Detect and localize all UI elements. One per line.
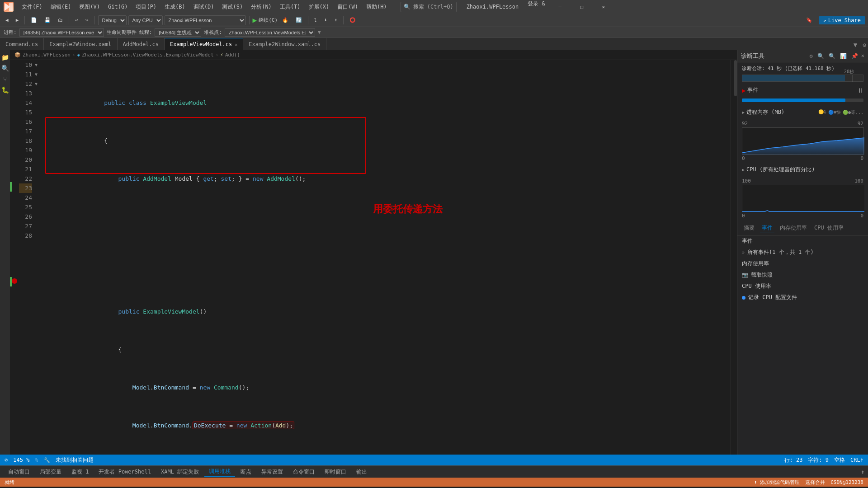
close-button[interactable]: ✕ xyxy=(593,0,614,14)
tab-addmodel-cs[interactable]: AddModel.cs xyxy=(118,38,165,50)
zoom-out-icon[interactable]: 🔍 xyxy=(827,52,837,60)
settings-panel-icon[interactable]: ⚙ xyxy=(808,52,814,60)
double-arrow-icon: » xyxy=(742,250,745,255)
menu-tools[interactable]: 工具(T) xyxy=(276,2,304,12)
panel-close-button[interactable]: ✕ xyxy=(861,52,864,60)
menu-build[interactable]: 生成(B) xyxy=(161,2,189,12)
step-over[interactable]: ⤵ xyxy=(311,16,320,24)
zoom-in-icon[interactable]: 🔍 xyxy=(816,52,826,60)
bottom-tab-watch1[interactable]: 监视 1 xyxy=(67,467,93,477)
bottom-tab-exceptions[interactable]: 异常设置 xyxy=(257,467,288,477)
restart-button[interactable]: 🔄 xyxy=(293,16,305,24)
user-area[interactable]: 登录 & xyxy=(524,0,548,14)
code-content[interactable]: 用委托传递方法 public class ExampleViewModel { … xyxy=(43,60,731,455)
bottom-tab-locals[interactable]: 局部变量 xyxy=(35,467,66,477)
code-lines[interactable]: public class ExampleViewModel { public A… xyxy=(43,60,731,455)
pause-icon[interactable]: ⏸ xyxy=(857,87,863,94)
menu-window[interactable]: 窗口(W) xyxy=(334,2,362,12)
breakpoint-button[interactable]: ⭕ xyxy=(347,16,359,24)
explorer-icon[interactable]: 📁 xyxy=(1,54,9,61)
menu-project[interactable]: 项目(P) xyxy=(132,2,160,12)
timeline-bar[interactable]: 20秒 xyxy=(742,75,863,82)
scroll-thumb[interactable] xyxy=(734,60,737,96)
bottom-tab-powershell[interactable]: 开发者 PowerShell xyxy=(94,467,155,477)
cpu-select[interactable]: Any CPU xyxy=(128,15,163,25)
menu-extensions[interactable]: 扩展(X) xyxy=(305,2,333,12)
settings-icon-status[interactable]: 🔧 xyxy=(44,457,50,463)
cpu-section-header[interactable]: ▶ CPU (所有处理器的百分比) xyxy=(737,164,868,175)
tab-dropdown[interactable]: ▼ xyxy=(850,39,861,50)
events-section-header[interactable]: ▶ 事件 ⏸ xyxy=(737,84,868,96)
menu-edit[interactable]: 编辑(E) xyxy=(47,2,75,12)
debug-activity-icon[interactable]: 🐛 xyxy=(1,86,9,94)
new-file-button[interactable]: 📄 xyxy=(28,16,40,24)
menu-debug[interactable]: 调试(D) xyxy=(190,2,218,12)
bottom-tab-immediate[interactable]: 即时窗口 xyxy=(320,467,351,477)
tab-example2window-xaml-cs[interactable]: Example2Window.xaml.cs xyxy=(243,38,326,50)
step-into[interactable]: ⬇ xyxy=(321,16,330,24)
select-merge[interactable]: 选择合并 xyxy=(805,479,825,486)
debug-mode-select[interactable]: Debug xyxy=(98,15,127,25)
tab-events[interactable]: 事件 xyxy=(760,223,774,233)
continue-button[interactable]: ▶ xyxy=(253,16,257,24)
maximize-button[interactable]: □ xyxy=(571,0,592,14)
paren-close-19: ); xyxy=(286,422,293,429)
bottom-tab-auto[interactable]: 自动窗口 xyxy=(4,467,34,477)
tab-summary[interactable]: 摘要 xyxy=(742,223,756,233)
bottom-tab-command[interactable]: 命令窗口 xyxy=(288,467,319,477)
bottom-tab-breakpoints[interactable]: 断点 xyxy=(236,467,256,477)
save-button[interactable]: 💾 xyxy=(42,16,53,24)
pin-icon[interactable]: 📌 xyxy=(850,52,859,60)
undo-button[interactable]: ↩ xyxy=(72,16,81,24)
snapshot-button[interactable]: 📷 截取快照 xyxy=(737,269,868,281)
menu-view[interactable]: 视图(V) xyxy=(75,2,104,12)
process-select[interactable]: [46356] Zhaoxi.WPFLesson.exe xyxy=(19,28,104,37)
menu-file[interactable]: 文件(F) xyxy=(18,2,46,12)
stop-button[interactable]: 🔥 xyxy=(279,16,291,24)
menu-analyze[interactable]: 分析(N) xyxy=(247,2,275,12)
memory-legend: 🟡G 🔵▼快 🟢●等... xyxy=(818,109,863,116)
menu-help[interactable]: 帮助(H) xyxy=(363,2,391,12)
auto-scroll-icon[interactable]: ↕ xyxy=(861,469,864,475)
project-select[interactable]: Zhaoxi.WPFLesson xyxy=(165,15,246,25)
menu-test[interactable]: 测试(S) xyxy=(218,2,246,12)
code-editor[interactable]: 10 11 12 13 14 15 16 17 18 19 20 21 22 2… xyxy=(10,60,737,455)
forward-button[interactable]: ▶ xyxy=(13,16,22,24)
all-events-item[interactable]: » 所有事件(1 个，共 1 个) xyxy=(737,247,868,258)
lifecycle-label: 生命周期事件 xyxy=(107,29,137,36)
stack-select[interactable]: Zhaoxi.WPFLesson.ViewModels.Examp xyxy=(225,28,315,37)
legend-etc: 🟢●等... xyxy=(843,109,863,116)
scroll-overview[interactable] xyxy=(731,60,737,455)
breakpoint-dot[interactable] xyxy=(12,278,17,284)
memory-section-header[interactable]: ▶ 进程内存 (MB) 🟡G 🔵▼快 🟢●等... xyxy=(737,107,868,118)
live-share-button[interactable]: ↗ Live Share xyxy=(819,16,865,24)
thread-select[interactable]: [50584] 主线程 xyxy=(155,28,201,37)
bottom-tab-output[interactable]: 输出 xyxy=(352,467,372,477)
save-all-button[interactable]: 🗂 xyxy=(55,16,66,24)
zoom-level[interactable]: 145 % xyxy=(13,457,29,463)
toolbar-separator-1 xyxy=(24,16,25,24)
step-out[interactable]: ⬆ xyxy=(332,16,340,24)
tab-exampleviewmodel-cs[interactable]: ExampleViewModel.cs ✕ xyxy=(165,38,243,50)
add-source-control[interactable]: ⬆ 添加到源代码管理 xyxy=(754,479,800,486)
search-activity-icon[interactable]: 🔍 xyxy=(1,65,9,72)
search-box[interactable]: 🔍 搜索 (Ctrl+Q) xyxy=(401,2,457,12)
tab-cpu-usage[interactable]: CPU 使用率 xyxy=(812,223,845,233)
tab-example2window-xaml[interactable]: Example2Window.xaml xyxy=(44,38,117,50)
csdn-id[interactable]: CSDN@123238 xyxy=(830,479,863,485)
tab-command-cs[interactable]: Command.cs xyxy=(0,38,44,50)
settings-icon[interactable]: ⚙ xyxy=(863,42,866,48)
menu-git[interactable]: Git(G) xyxy=(104,3,131,11)
redo-button[interactable]: ↪ xyxy=(83,16,91,24)
cpu-profile-button[interactable]: 记录 CPU 配置文件 xyxy=(737,292,868,303)
bookmark-button[interactable]: 🔖 xyxy=(803,16,815,24)
tab-close-exampleviewmodel[interactable]: ✕ xyxy=(235,42,237,47)
tab-memory-usage[interactable]: 内存使用率 xyxy=(778,223,809,233)
git-icon[interactable]: ⑂ xyxy=(3,75,7,83)
code-line-18: Model.BtnCommand = new Command(); xyxy=(47,373,726,383)
bottom-tab-xaml[interactable]: XAML 绑定失败 xyxy=(156,467,203,477)
chart-icon[interactable]: 📊 xyxy=(839,52,848,60)
minimize-button[interactable]: ─ xyxy=(550,0,571,14)
back-button[interactable]: ◀ xyxy=(3,16,11,24)
bottom-tab-callstack[interactable]: 调用堆栈 xyxy=(204,467,235,477)
